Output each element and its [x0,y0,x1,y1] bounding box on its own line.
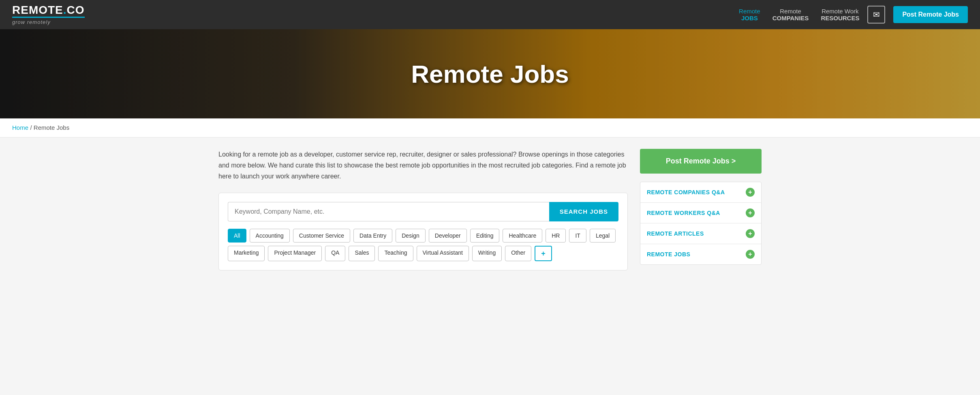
logo[interactable]: REMOTE.CO grow remotely [12,4,85,25]
sidebar-link-item[interactable]: REMOTE COMPANIES Q&A + [640,182,761,203]
breadcrumb-current: Remote Jobs [34,124,69,131]
sidebar-link-item[interactable]: REMOTE JOBS + [640,244,761,264]
category-tags: AllAccountingCustomer ServiceData EntryD… [228,229,618,261]
category-tag[interactable]: Marketing [228,246,265,261]
breadcrumb: Home / Remote Jobs [0,118,980,137]
category-tag[interactable]: Legal [590,229,616,243]
category-tag[interactable]: Editing [470,229,500,243]
nav-jobs[interactable]: Remote JOBS [739,8,760,21]
main-content: Looking for a remote job as a developer,… [218,149,628,270]
hero-title: Remote Jobs [411,60,569,88]
sidebar-link-item[interactable]: REMOTE ARTICLES + [640,223,761,244]
category-tag[interactable]: QA [325,246,345,261]
category-tag[interactable]: Virtual Assistant [417,246,469,261]
email-icon[interactable]: ✉ [867,6,885,24]
logo-tagline: grow remotely [12,19,51,25]
more-categories-button[interactable]: + [535,246,552,261]
category-tag[interactable]: Design [396,229,426,243]
main-layout: Looking for a remote job as a developer,… [206,137,774,282]
header: REMOTE.CO grow remotely Remote JOBS Remo… [0,0,980,29]
search-input[interactable] [228,202,549,221]
category-tag[interactable]: Sales [349,246,375,261]
breadcrumb-home[interactable]: Home [12,124,28,131]
breadcrumb-separator: / [30,124,33,131]
sidebar-links: REMOTE COMPANIES Q&A + REMOTE WORKERS Q&… [640,182,762,265]
sidebar-link-label: REMOTE JOBS [647,251,690,258]
category-tag[interactable]: IT [569,229,586,243]
logo-underline [12,17,85,18]
category-tag[interactable]: Customer Service [293,229,350,243]
plus-circle-icon: + [746,229,755,238]
post-jobs-sidebar-button[interactable]: Post Remote Jobs > [640,149,762,174]
search-row: SEARCH JOBS [228,202,618,221]
category-tag[interactable]: Developer [429,229,467,243]
search-box: SEARCH JOBS AllAccountingCustomer Servic… [218,193,628,270]
plus-circle-icon: + [746,208,755,217]
category-tag[interactable]: Writing [472,246,502,261]
logo-text: REMOTE.CO [12,4,85,16]
category-tag[interactable]: Accounting [250,229,290,243]
plus-circle-icon: + [746,188,755,197]
sidebar-link-item[interactable]: REMOTE WORKERS Q&A + [640,203,761,223]
hero-section: Remote Jobs [0,29,980,118]
category-tag[interactable]: All [228,229,246,243]
sidebar: Post Remote Jobs > REMOTE COMPANIES Q&A … [640,149,762,270]
category-tag[interactable]: Data Entry [353,229,392,243]
search-jobs-button[interactable]: SEARCH JOBS [549,202,618,221]
category-tag[interactable]: Healthcare [503,229,542,243]
nav-companies[interactable]: Remote COMPANIES [772,8,809,21]
post-jobs-header-button[interactable]: Post Remote Jobs [893,6,968,23]
sidebar-link-label: REMOTE WORKERS Q&A [647,210,720,216]
category-tag[interactable]: HR [546,229,566,243]
category-tag[interactable]: Project Manager [268,246,322,261]
category-tag[interactable]: Other [505,246,531,261]
category-tag[interactable]: Teaching [378,246,413,261]
nav-resources[interactable]: Remote Work RESOURCES [821,8,859,21]
main-nav: Remote JOBS Remote COMPANIES Remote Work… [739,8,859,21]
sidebar-link-label: REMOTE ARTICLES [647,230,704,237]
plus-circle-icon: + [746,250,755,259]
description-text: Looking for a remote job as a developer,… [218,149,628,182]
sidebar-link-label: REMOTE COMPANIES Q&A [647,189,725,195]
